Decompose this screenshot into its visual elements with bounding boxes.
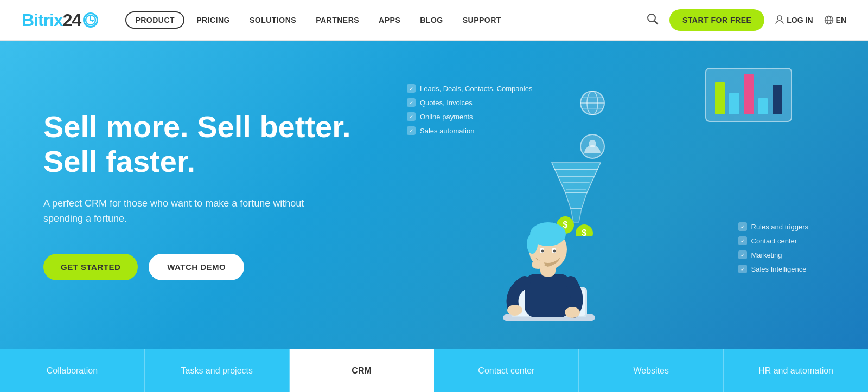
checkbox-3: ✓ <box>407 112 416 121</box>
nav-item-blog[interactable]: BLOG <box>412 11 450 29</box>
checkbox-2: ✓ <box>407 98 416 107</box>
svg-point-5 <box>777 16 782 20</box>
watch-demo-button[interactable]: WATCH DEMO <box>149 254 244 280</box>
tab-websites[interactable]: Websites <box>579 349 724 392</box>
svg-marker-18 <box>552 163 601 192</box>
check-item-r1: ✓ Rules and triggers <box>738 222 809 231</box>
hero-title: Sell more. Sell better. Sell faster. <box>43 110 396 179</box>
check-label-r3: Marketing <box>751 251 782 259</box>
check-label-r1: Rules and triggers <box>751 223 809 231</box>
main-nav: PRODUCT PRICING SOLUTIONS PARTNERS APPS … <box>125 11 647 29</box>
hero-left: Sell more. Sell better. Sell faster. A p… <box>43 110 396 280</box>
check-item-1: ✓ Leads, Deals, Contacts, Companies <box>407 84 532 93</box>
checkbox-1: ✓ <box>407 84 416 93</box>
tab-collaboration[interactable]: Collaboration <box>0 349 145 392</box>
language-selector[interactable]: EN <box>824 15 846 25</box>
check-label-r2: Contact center <box>751 237 797 245</box>
hero-buttons: GET STARTED WATCH DEMO <box>43 254 396 280</box>
nav-item-partners[interactable]: PARTNERS <box>308 11 367 29</box>
checkbox-r1: ✓ <box>738 222 747 231</box>
nav-item-apps[interactable]: APPS <box>371 11 408 29</box>
chart-bar-5 <box>773 85 782 114</box>
nav-item-support[interactable]: SUPPORT <box>455 11 509 29</box>
svg-point-43 <box>565 307 580 318</box>
check-label-3: Online payments <box>420 113 473 121</box>
hero-subtitle: A perfect CRM for those who want to make… <box>43 196 315 227</box>
checklist-left: ✓ Leads, Deals, Contacts, Companies ✓ Qu… <box>407 84 532 140</box>
tab-crm[interactable]: CRM <box>290 349 435 392</box>
logo[interactable]: Bitrix24 <box>22 10 98 30</box>
svg-line-4 <box>655 21 658 24</box>
tab-hr-automation[interactable]: HR and automation <box>724 349 868 392</box>
nav-item-product[interactable]: PRODUCT <box>125 11 184 29</box>
check-item-r4: ✓ Sales Intelligence <box>738 265 809 273</box>
footer-tabs: Collaboration Tasks and projects CRM Con… <box>0 349 868 392</box>
check-item-r3: ✓ Marketing <box>738 250 809 259</box>
checkbox-r4: ✓ <box>738 265 747 273</box>
clock-icon <box>83 12 98 28</box>
svg-rect-32 <box>525 274 571 317</box>
svg-point-0 <box>86 15 95 25</box>
get-started-button[interactable]: GET STARTED <box>43 254 138 280</box>
check-item-4: ✓ Sales automation <box>407 126 532 135</box>
svg-point-39 <box>541 250 544 253</box>
svg-point-42 <box>507 305 522 316</box>
lang-label: EN <box>836 16 846 24</box>
search-icon[interactable] <box>647 13 659 28</box>
tab-tasks-projects[interactable]: Tasks and projects <box>145 349 290 392</box>
chart-bar-4 <box>758 98 768 114</box>
header: Bitrix24 PRODUCT PRICING SOLUTIONS PARTN… <box>0 0 868 41</box>
checkbox-r3: ✓ <box>738 250 747 259</box>
checklist-right: ✓ Rules and triggers ✓ Contact center ✓ … <box>738 222 809 279</box>
tab-contact-center[interactable]: Contact center <box>434 349 579 392</box>
login-link[interactable]: LOG IN <box>775 15 813 25</box>
checkbox-4: ✓ <box>407 126 416 135</box>
check-label-4: Sales automation <box>420 127 474 135</box>
start-for-free-button[interactable]: START FOR FREE <box>669 9 764 31</box>
person-illustration <box>487 190 606 349</box>
check-item-r2: ✓ Contact center <box>738 236 809 245</box>
header-right: START FOR FREE LOG IN EN <box>647 9 846 31</box>
chart-bar-2 <box>729 93 739 114</box>
svg-point-36 <box>527 234 538 254</box>
chart-bar-3 <box>744 74 754 114</box>
check-label-r4: Sales Intelligence <box>751 265 807 273</box>
check-item-2: ✓ Quotes, Invoices <box>407 98 532 107</box>
chart-box <box>705 68 792 122</box>
hero-right: ✓ Leads, Deals, Contacts, Companies ✓ Qu… <box>396 41 825 349</box>
svg-point-40 <box>553 250 556 253</box>
chart-bar-1 <box>715 82 725 114</box>
checkbox-r2: ✓ <box>738 236 747 245</box>
nav-item-solutions[interactable]: SOLUTIONS <box>242 11 304 29</box>
check-item-3: ✓ Online payments <box>407 112 532 121</box>
logo-text: Bitrix24 <box>22 10 81 30</box>
svg-point-41 <box>532 260 545 269</box>
check-label-1: Leads, Deals, Contacts, Companies <box>420 85 532 93</box>
hero-section: Sell more. Sell better. Sell faster. A p… <box>0 41 868 349</box>
nav-item-pricing[interactable]: PRICING <box>189 11 238 29</box>
svg-line-2 <box>91 20 93 21</box>
check-label-2: Quotes, Invoices <box>420 99 473 107</box>
login-label: LOG IN <box>787 16 813 24</box>
